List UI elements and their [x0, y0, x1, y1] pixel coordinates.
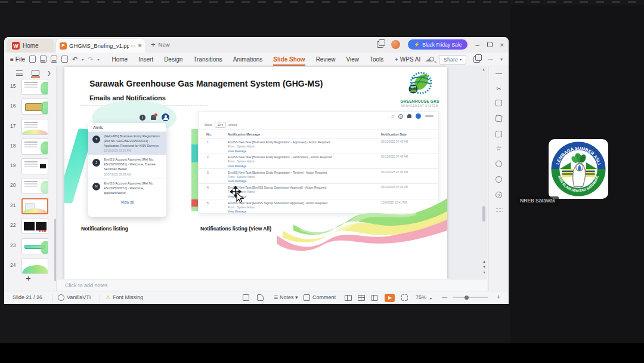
print-preview-icon[interactable]: [61, 56, 68, 63]
document-title: GHGMS_Briefing_v1.pptx: [69, 42, 129, 49]
notes-area[interactable]: Click to add notes: [57, 279, 487, 291]
alert-avatar: T: [92, 136, 100, 143]
slide-thumbnail-18[interactable]: [21, 139, 48, 155]
caption-notifications-listing: Notifications listing: [81, 226, 128, 232]
panel-expand-icon[interactable]: ❯: [47, 70, 51, 76]
menu-animations[interactable]: Animations: [228, 54, 268, 65]
slide-thumbnail-23[interactable]: [21, 238, 48, 254]
thumbnail-scrollbar[interactable]: [54, 219, 56, 281]
slide-number: 19: [10, 162, 16, 168]
new-tab-button[interactable]: + New: [151, 40, 170, 49]
alert-date: 30/07/2025 09:09 AM: [104, 173, 162, 176]
menu-tools[interactable]: Tools: [364, 54, 389, 65]
scrollbar-thumb[interactable]: [482, 206, 485, 222]
account-avatar[interactable]: [391, 40, 400, 49]
redo-icon[interactable]: ↷: [88, 56, 93, 63]
share-button[interactable]: Share ▾: [439, 55, 466, 64]
slide-nav-buttons[interactable]: ▲▼▾: [481, 259, 487, 275]
comment-panel-icon[interactable]: [496, 131, 502, 137]
scroll-up-icon[interactable]: ▲: [482, 67, 485, 71]
alert-item: T [GHG-MS] Business Entity Registration …: [88, 132, 166, 155]
tools-icon[interactable]: ✂: [496, 85, 502, 92]
tab-home[interactable]: W Home: [7, 39, 54, 53]
slideshow-play-button[interactable]: [385, 294, 395, 302]
menu-design[interactable]: Design: [159, 54, 188, 65]
alerts-panel-screenshot[interactable]: Alerts T [GHG-MS] Business Entity Regist…: [88, 123, 166, 217]
export-icon[interactable]: [40, 56, 47, 63]
menu-review[interactable]: Review: [311, 54, 341, 65]
slide-thumbnail-24[interactable]: [21, 258, 48, 274]
menu-wps-ai[interactable]: ✦WPS AI: [389, 54, 426, 65]
menu-slide-show[interactable]: Slide Show: [268, 54, 310, 65]
minimize-button[interactable]: –: [475, 41, 479, 48]
quickbar-dropdown-icon[interactable]: ▾: [97, 57, 99, 61]
more-options-icon[interactable]: ⋯: [487, 56, 493, 63]
layout-panel-icon[interactable]: [473, 56, 480, 63]
menu-view[interactable]: View: [340, 54, 364, 65]
window-stack-icon[interactable]: [377, 41, 383, 48]
undo-dropdown-icon[interactable]: ▾: [82, 57, 83, 61]
slide-thumbnail-20[interactable]: [21, 178, 48, 194]
cloud-sync-icon[interactable]: ☁: [425, 56, 432, 63]
close-button[interactable]: ×: [500, 41, 504, 48]
edit-area-scrollbar[interactable]: ▲ ▲▼▾: [481, 66, 488, 279]
normal-view-icon[interactable]: [345, 295, 352, 301]
spellcheck-icon[interactable]: [243, 294, 249, 301]
comment-icon[interactable]: [304, 294, 310, 301]
handout-icon[interactable]: [257, 294, 264, 301]
slide-thumbnail-21-selected[interactable]: [21, 198, 48, 214]
user-avatar-icon: [416, 113, 421, 119]
help-icon[interactable]: ?: [496, 192, 502, 198]
shapes-icon[interactable]: [495, 115, 502, 122]
zoom-dropdown-icon[interactable]: ▾: [430, 296, 432, 300]
svg-text:NET: NET: [410, 86, 416, 89]
menu-insert[interactable]: Insert: [133, 54, 159, 65]
apps-grid-icon[interactable]: [496, 207, 503, 214]
bolt-icon: ⚡: [414, 42, 420, 47]
zoom-level[interactable]: 75%: [416, 294, 426, 300]
wps-office-window: W Home P GHGMS_Briefing_v1.pptx ▭ ✱ + Ne…: [4, 37, 509, 304]
slide-view-icon[interactable]: [32, 70, 39, 76]
zoom-slider-handle[interactable]: [465, 296, 469, 300]
zoom-in-button[interactable]: +: [497, 293, 500, 300]
undo-icon[interactable]: ↶: [72, 56, 78, 63]
slide-thumbnail-15[interactable]: [21, 79, 48, 95]
slide-thumbnail-19[interactable]: [21, 158, 48, 174]
save-icon[interactable]: [29, 56, 36, 63]
collapse-ribbon-icon[interactable]: ▾: [500, 57, 503, 62]
elements-icon[interactable]: [496, 100, 502, 106]
reading-view-icon[interactable]: [371, 295, 378, 301]
tab-document[interactable]: P GHGMS_Briefing_v1.pptx ▭ ✱: [56, 39, 145, 53]
menu-transitions[interactable]: Transitions: [188, 54, 228, 65]
slide-sorter-icon[interactable]: [358, 295, 365, 301]
share-dropdown-icon: ▾: [460, 57, 462, 61]
deco-wave-graphic: [277, 193, 447, 252]
menu-home[interactable]: Home: [106, 54, 133, 65]
fit-slide-icon[interactable]: [401, 294, 408, 301]
comment-label[interactable]: Comment: [312, 294, 336, 300]
slide-number: 24: [10, 262, 16, 268]
file-menu[interactable]: ≡ File: [10, 56, 25, 63]
notes-toggle[interactable]: ≣ Notes ▾: [274, 294, 298, 300]
font-missing-label[interactable]: Font Missing: [113, 294, 143, 300]
contacts-icon[interactable]: [496, 161, 502, 167]
collapse-icon[interactable]: [496, 73, 502, 74]
restore-button[interactable]: [487, 42, 493, 47]
zoom-slider[interactable]: [453, 297, 488, 298]
add-slide-button[interactable]: +: [26, 273, 31, 283]
favorites-icon[interactable]: ☆: [496, 145, 502, 152]
participant-video-tile[interactable]: LEMBAGA SUMBER ASLI DAN ALAM SEKITAR SAR…: [549, 139, 608, 199]
black-friday-sale-button[interactable]: ⚡ Black Friday Sale: [408, 39, 467, 50]
slide-thumbnail-17[interactable]: [21, 119, 48, 135]
slide-thumbnail-16[interactable]: [21, 99, 48, 115]
slide-canvas[interactable]: Sarawak Greenhouse Gas Management System…: [64, 67, 447, 279]
cell-message: EnvISS New Task [Business Entity Registr…: [228, 140, 374, 153]
outline-view-icon[interactable]: [16, 70, 23, 76]
slide-thumbnail-22[interactable]: [21, 218, 48, 234]
warning-icon: ⚠: [106, 294, 110, 300]
theme-name[interactable]: VanillaVTI: [67, 294, 91, 300]
ghgms-logo-line2: MANAGEMENT SYSTEM: [391, 104, 447, 107]
history-icon[interactable]: [496, 176, 502, 183]
zoom-out-button[interactable]: —: [442, 294, 447, 300]
print-icon[interactable]: [51, 56, 57, 63]
